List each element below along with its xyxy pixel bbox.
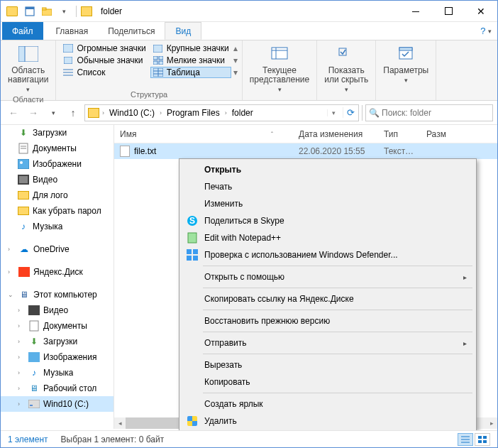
gallery-expand-icon[interactable]: ▾ (233, 67, 238, 77)
forward-button[interactable]: → (25, 104, 42, 121)
crumb-programfiles[interactable]: Program Files (165, 108, 222, 118)
minimize-button[interactable]: ─ (399, 1, 432, 21)
chevron-down-icon[interactable]: ▾ (327, 109, 340, 116)
search-box[interactable]: 🔍 (365, 104, 493, 121)
tree-this-pc[interactable]: ⌄🖥Этот компьютер (1, 287, 114, 302)
qat-dropdown-button[interactable]: ▾ (56, 4, 72, 19)
tree-video[interactable]: Видео (1, 172, 114, 187)
file-type: Текстовый докум... (378, 146, 421, 156)
tree-desktop[interactable]: ›🖥Рабочий стол (1, 381, 114, 396)
view-icons-button[interactable] (475, 433, 490, 446)
column-date[interactable]: Дата изменения (293, 129, 378, 139)
svg-rect-8 (64, 57, 72, 64)
breadcrumb[interactable]: › Wind10 (C:) › Program Files › folder ▾… (84, 104, 359, 121)
ctx-yandex-copy[interactable]: Скопировать ссылку на Яндекс.Диске (182, 290, 474, 307)
ctx-print[interactable]: Печать (182, 178, 474, 195)
refresh-button[interactable]: ⟳ (343, 107, 358, 118)
expander-icon[interactable]: › (8, 268, 15, 275)
ctx-edit[interactable]: Изменить (182, 195, 474, 212)
chevron-right-icon[interactable]: › (102, 109, 104, 116)
search-input[interactable] (382, 108, 492, 118)
tree-how-remove[interactable]: Как убрать парол (1, 203, 114, 219)
tab-file[interactable]: Файл (2, 22, 43, 40)
scroll-right-icon[interactable]: ▸ (486, 417, 497, 429)
ctx-shortcut[interactable]: Создать ярлык (182, 395, 474, 413)
scroll-down-icon[interactable]: ▾ (233, 55, 238, 65)
tree-documents[interactable]: Документы (1, 141, 114, 156)
ctx-open-with[interactable]: Открыть с помощью▸ (182, 268, 474, 285)
tab-share[interactable]: Поделиться (98, 22, 165, 40)
expander-icon[interactable]: › (18, 385, 25, 392)
tree-video2[interactable]: ›Видео (1, 302, 114, 318)
tree-downloads[interactable]: ⬇Загрузки (1, 125, 114, 141)
ctx-copy[interactable]: Копировать (182, 373, 474, 390)
ctx-send-to[interactable]: Отправить▸ (182, 334, 474, 351)
ctx-cut[interactable]: Вырезать (182, 356, 474, 373)
expander-icon[interactable]: › (8, 246, 15, 253)
navigation-tree[interactable]: ⬇Загрузки Документы Изображени Видео Для… (1, 125, 114, 429)
tree-documents2[interactable]: ›Документы (1, 318, 114, 334)
ctx-open[interactable]: Открыть (182, 161, 474, 178)
crumb-folder[interactable]: folder (230, 108, 255, 118)
svg-rect-38 (28, 400, 40, 408)
expander-icon[interactable]: › (18, 322, 25, 329)
tree-music[interactable]: ♪Музыка (1, 219, 114, 234)
tree-music2[interactable]: ›♪Музыка (1, 365, 114, 381)
expander-icon[interactable]: › (18, 354, 25, 361)
separator (76, 6, 77, 17)
view-details-button[interactable] (458, 433, 473, 446)
crumb-drive[interactable]: Wind10 (C:) (107, 108, 157, 118)
history-dropdown[interactable]: ▾ (45, 104, 62, 121)
ctx-skype[interactable]: SПоделиться в Skype (182, 212, 474, 229)
ctx-defender[interactable]: Проверка с использованием Windows Defend… (182, 246, 474, 263)
tree-pictures2[interactable]: ›Изображения (1, 349, 114, 365)
maximize-button[interactable] (432, 1, 465, 21)
options-button[interactable]: Параметры ▾ (380, 43, 431, 86)
qat-new-folder-button[interactable] (39, 4, 55, 19)
column-type[interactable]: Тип (378, 129, 421, 139)
tree-pictures[interactable]: Изображени (1, 156, 114, 172)
expander-icon[interactable]: › (18, 307, 25, 314)
ctx-delete[interactable]: Удалить (182, 413, 474, 430)
up-button[interactable]: ↑ (65, 104, 82, 121)
tree-onedrive[interactable]: ›☁OneDrive (1, 241, 114, 257)
tab-view[interactable]: Вид (165, 22, 201, 40)
tree-drive-c[interactable]: ›Wind10 (C:) (1, 396, 114, 412)
qat-properties-button[interactable] (22, 4, 38, 19)
scroll-left-icon[interactable]: ◂ (114, 417, 126, 429)
tab-home[interactable]: Главная (46, 22, 99, 40)
layout-normal[interactable]: Обычные значки (60, 55, 148, 66)
chevron-right-icon[interactable]: › (225, 109, 227, 116)
expander-icon[interactable]: ⌄ (8, 291, 15, 298)
layout-gallery[interactable]: Огромные значки Обычные значки Список Кр… (60, 43, 237, 78)
submenu-arrow-icon: ▸ (463, 273, 467, 281)
expander-icon[interactable]: › (18, 369, 25, 376)
column-name[interactable]: Имяˆ (114, 129, 293, 139)
expander-icon[interactable]: › (18, 400, 25, 408)
show-hide-button[interactable]: Показать или скрыть ▾ (321, 43, 371, 95)
status-selection: Выбран 1 элемент: 0 байт (61, 435, 165, 444)
layout-table[interactable]: Таблица (150, 67, 231, 78)
help-button[interactable]: ? ▾ (480, 22, 492, 40)
tree-downloads2[interactable]: ›⬇Загрузки (1, 334, 114, 349)
tree-yandex-disk[interactable]: ›Яндекс.Диск (1, 264, 114, 280)
svg-rect-35 (28, 305, 40, 315)
layout-small[interactable]: Мелкие значки (150, 55, 231, 66)
ctx-notepad[interactable]: Edit with Notepad++ (182, 229, 474, 246)
separator (203, 266, 472, 266)
file-row[interactable]: file.txt 22.06.2020 15:55 Текстовый доку… (114, 143, 497, 159)
status-bar: 1 элемент Выбран 1 элемент: 0 байт (1, 430, 497, 447)
layout-huge[interactable]: Огромные значки (60, 43, 148, 54)
close-button[interactable]: ✕ (465, 1, 497, 21)
tree-for-logo[interactable]: Для лого (1, 187, 114, 203)
layout-list[interactable]: Список (60, 67, 148, 78)
current-view-button[interactable]: Текущее представление ▾ (247, 43, 312, 95)
column-size[interactable]: Разм (421, 129, 497, 139)
chevron-right-icon[interactable]: › (160, 109, 162, 116)
layout-large[interactable]: Крупные значки (150, 43, 231, 54)
scroll-up-icon[interactable]: ▴ (233, 43, 238, 53)
ctx-restore[interactable]: Восстановить прежнюю версию (182, 312, 474, 329)
back-button[interactable]: ← (5, 104, 22, 121)
expander-icon[interactable]: › (18, 338, 25, 345)
navigation-pane-button[interactable]: Область навигации ▾ (5, 43, 51, 95)
